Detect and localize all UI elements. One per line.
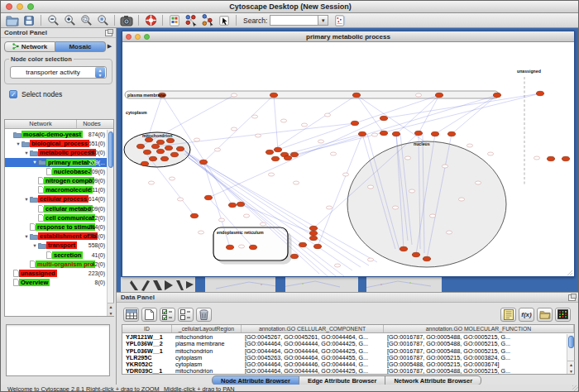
- search-options-icon[interactable]: [333, 14, 347, 27]
- network-node-small[interactable]: [342, 173, 348, 176]
- table-row[interactable]: YDR039C__1mitochondrion[GO:0044464, GO:0…: [122, 368, 567, 374]
- zoom-in-icon[interactable]: [62, 14, 77, 27]
- open-session-icon[interactable]: [5, 14, 20, 27]
- network-node-small[interactable]: [194, 138, 199, 141]
- select-attributes-icon[interactable]: [160, 308, 175, 322]
- network-node-small[interactable]: [367, 185, 373, 189]
- tree-row[interactable]: macromolecule311(0): [5, 185, 107, 194]
- birdseye-view[interactable]: [6, 324, 110, 376]
- network-node[interactable]: [249, 245, 256, 249]
- network-node-small[interactable]: [404, 156, 410, 160]
- table-row[interactable]: YJR121W__1mitochondrion[GO:0045267, GO:0…: [122, 334, 567, 341]
- network-node[interactable]: [447, 131, 455, 136]
- network-node[interactable]: [309, 226, 317, 230]
- unselect-attributes-icon[interactable]: [178, 308, 194, 322]
- network-node[interactable]: [204, 195, 212, 199]
- network-node[interactable]: [435, 93, 443, 97]
- tree-row[interactable]: Overview8(0): [5, 278, 107, 287]
- tree-expand-icon[interactable]: ▼: [15, 141, 22, 146]
- network-node[interactable]: [547, 156, 554, 160]
- network-node-small[interactable]: [231, 127, 237, 131]
- layout-icon-a[interactable]: [184, 14, 199, 27]
- tree-row[interactable]: multi-organism pro42(0): [5, 260, 107, 269]
- network-node[interactable]: [149, 156, 156, 160]
- network-node[interactable]: [176, 146, 184, 151]
- network-node[interactable]: [170, 152, 178, 156]
- network-node[interactable]: [299, 242, 306, 246]
- network-node-small[interactable]: [334, 264, 340, 267]
- window-resize-grip[interactable]: [572, 385, 579, 392]
- network-node-small[interactable]: [534, 156, 539, 160]
- network-node-small[interactable]: [392, 206, 398, 209]
- network-node[interactable]: [290, 152, 298, 156]
- network-node[interactable]: [290, 254, 298, 258]
- network-node[interactable]: [380, 116, 387, 120]
- network-view-window[interactable]: primary metabolic process plasma membran…: [122, 31, 575, 277]
- network-node-small[interactable]: [268, 173, 274, 176]
- network-node[interactable]: [165, 146, 172, 150]
- zoom-fit-icon[interactable]: [95, 14, 110, 27]
- layout-icon-b[interactable]: [200, 14, 215, 27]
- table-column-header[interactable]: annotation.GO MOLECULAR_FUNCTION: [384, 325, 574, 332]
- network-node[interactable]: [151, 144, 159, 148]
- table-row[interactable]: YPL036W__2plasma membrane[GO:0044464, GO…: [122, 341, 567, 347]
- network-node-small[interactable]: [293, 181, 299, 184]
- network-node-small[interactable]: [238, 245, 244, 248]
- tab-network[interactable]: Network: [4, 41, 55, 52]
- tree-expand-icon[interactable]: ▼: [23, 234, 30, 239]
- network-node[interactable]: [156, 149, 164, 153]
- network-node[interactable]: [228, 203, 236, 207]
- zoom-out-icon[interactable]: [45, 14, 60, 27]
- float-panel-icon[interactable]: [105, 30, 112, 36]
- network-node[interactable]: [284, 155, 291, 160]
- tree-row[interactable]: nucleobase-209(0): [5, 167, 107, 176]
- network-node[interactable]: [309, 231, 317, 235]
- tree-row[interactable]: ▼cellular process614(0): [5, 194, 107, 203]
- network-node[interactable]: [141, 161, 148, 165]
- tree-row[interactable]: cell communicat22(0): [5, 213, 107, 222]
- formula-fx-icon[interactable]: f(x): [519, 308, 534, 322]
- network-node-small[interactable]: [243, 214, 249, 218]
- more-tabs-arrow-icon[interactable]: ▶: [106, 43, 113, 50]
- network-node[interactable]: [145, 137, 152, 141]
- network-node[interactable]: [352, 93, 360, 97]
- network-node-small[interactable]: [371, 133, 377, 136]
- network-node[interactable]: [166, 138, 174, 142]
- network-node[interactable]: [351, 121, 358, 125]
- node-color-dropdown[interactable]: transporter activity ▲▼: [10, 66, 107, 79]
- tree-row[interactable]: ▼establishment of lo558(0): [5, 232, 107, 241]
- delete-attribute-trash-icon[interactable]: [196, 308, 212, 322]
- network-node[interactable]: [380, 131, 387, 135]
- table-column-header[interactable]: _cellularLayoutRegion: [172, 325, 242, 332]
- table-row[interactable]: YPL036W__1mitochondrion[GO:0044464, GO:0…: [122, 348, 567, 355]
- network-node[interactable]: [423, 256, 430, 261]
- tree-col-network[interactable]: Network: [5, 120, 77, 128]
- network-node-small[interactable]: [214, 148, 220, 151]
- tree-row[interactable]: ▼primary metabo209(...: [5, 158, 107, 167]
- network-node[interactable]: [274, 147, 281, 151]
- network-node-small[interactable]: [177, 198, 183, 201]
- network-node-small[interactable]: [367, 258, 373, 261]
- tree-col-nodes[interactable]: Nodes: [77, 120, 107, 128]
- matrix-icon[interactable]: [555, 308, 571, 322]
- nucleus-region[interactable]: [347, 141, 506, 267]
- network-node[interactable]: [536, 91, 543, 95]
- tree-row[interactable]: nitrogen compo209(0): [5, 176, 107, 185]
- table-scrollbar[interactable]: ▲▼: [567, 334, 574, 374]
- network-node[interactable]: [412, 252, 419, 256]
- network-node-small[interactable]: [429, 214, 435, 218]
- network-canvas[interactable]: plasma membrane cytoplasm mitochondrion …: [122, 42, 574, 276]
- search-input[interactable]: [270, 15, 318, 26]
- network-node[interactable]: [190, 213, 198, 218]
- save-session-icon[interactable]: [22, 14, 36, 27]
- tree-row[interactable]: ▼biological_process651(0): [5, 139, 107, 148]
- tree-expand-icon[interactable]: ▼: [23, 151, 30, 155]
- attribute-table-icon[interactable]: [123, 308, 139, 322]
- select-mode-icon[interactable]: [217, 14, 232, 27]
- network-node-small[interactable]: [231, 93, 237, 97]
- network-node-small[interactable]: [487, 152, 493, 155]
- tab-mosaic[interactable]: Mosaic: [55, 41, 106, 52]
- network-node[interactable]: [270, 93, 277, 97]
- annotation-icon[interactable]: [167, 14, 182, 27]
- tree-row[interactable]: ▼metabolic process280(0): [5, 148, 107, 157]
